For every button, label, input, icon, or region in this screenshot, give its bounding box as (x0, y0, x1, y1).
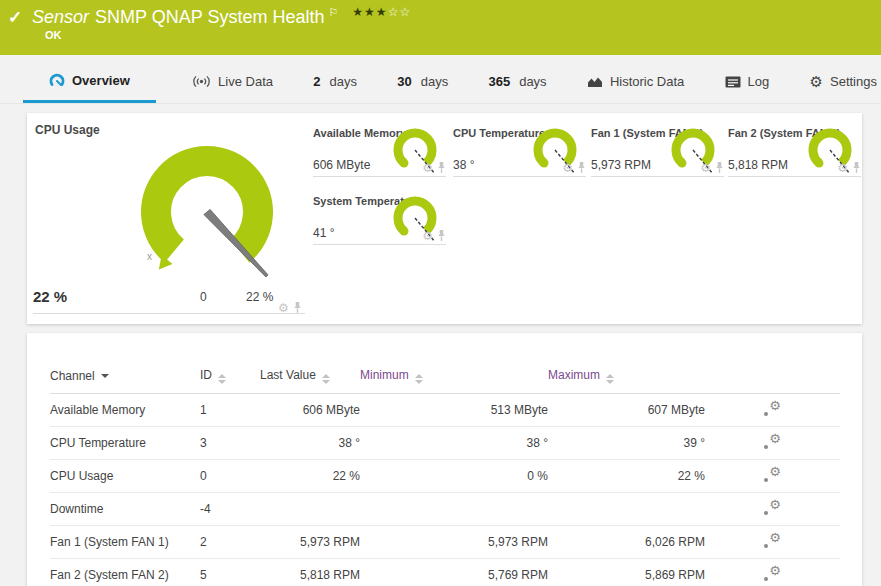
column-header-minimum-label: Minimum (360, 368, 409, 382)
channels-panel: Channel ID Last Value Minimum Maximum Av… (27, 333, 862, 586)
priority-stars[interactable]: ★★★☆☆ (352, 5, 411, 19)
column-header-minimum[interactable]: Minimum (360, 363, 548, 394)
pin-icon[interactable] (715, 161, 724, 174)
channel-settings-icon[interactable]: ⚙ (764, 566, 781, 581)
pin-icon[interactable] (437, 161, 446, 174)
channel-maximum: 6,026 RPM (548, 526, 705, 559)
channel-minimum: 0 % (360, 460, 548, 493)
tab-live-data-label: Live Data (218, 74, 273, 89)
mini-gauge-value: 38 ° (453, 158, 474, 172)
pin-icon[interactable] (577, 161, 586, 174)
mini-gauge-actions: ⚙ (837, 161, 861, 174)
channel-name: Downtime (50, 493, 200, 526)
channel-name: Available Memory (50, 394, 200, 427)
mini-gauge-actions: ⚙ (562, 161, 586, 174)
gear-icon[interactable]: ⚙ (837, 162, 848, 174)
tab-2-days[interactable]: 2 days (309, 60, 361, 103)
column-header-maximum[interactable]: Maximum (548, 363, 705, 394)
main-gauge-value: 22 % (33, 288, 67, 305)
channel-settings-icon[interactable]: ⚙ (764, 434, 781, 449)
gear-icon: ⚙ (769, 564, 781, 577)
settings-gear-icon: ⚙ (810, 74, 823, 89)
pin-icon[interactable] (852, 161, 861, 174)
tab-2-days-number: 2 (313, 74, 320, 89)
column-header-last-value[interactable]: Last Value (260, 363, 360, 394)
gear-icon[interactable]: ⚙ (422, 162, 433, 174)
channel-id: -4 (200, 493, 260, 526)
mini-gauge-available-memory: Available Memory 606 MByte ⚙ (313, 125, 446, 177)
pin-icon[interactable] (437, 229, 446, 242)
gear-icon: ⚙ (769, 432, 781, 445)
stars-filled[interactable]: ★★★ (352, 5, 387, 19)
tab-365-days[interactable]: 365 days (484, 60, 550, 103)
table-row: Fan 2 (System FAN 2) 5 5,818 RPM 5,769 R… (50, 559, 840, 586)
mini-gauge-fan1: Fan 1 (System FAN 1) 5,973 RPM ⚙ (591, 125, 724, 177)
prtg-sensor-page: ✓ SensorSNMP QNAP System Health⚐★★★☆☆ OK… (0, 0, 881, 586)
channel-id: 3 (200, 427, 260, 460)
sort-icon (606, 374, 614, 384)
ok-check-icon: ✓ (8, 7, 22, 28)
gear-icon: ⚙ (769, 531, 781, 544)
channel-last-value: 22 % (260, 460, 360, 493)
tab-overview[interactable]: Overview (23, 60, 156, 103)
table-row: Available Memory 1 606 MByte 513 MByte 6… (50, 394, 840, 427)
mini-gauge-actions: ⚙ (422, 229, 446, 242)
mini-gauge-actions: ⚙ (422, 161, 446, 174)
channel-last-value: 38 ° (260, 427, 360, 460)
channels-table: Channel ID Last Value Minimum Maximum Av… (50, 363, 840, 586)
tab-log[interactable]: Log (721, 60, 774, 103)
gear-icon[interactable]: ⚙ (422, 230, 433, 242)
channel-last-value: 606 MByte (260, 394, 360, 427)
channel-maximum: 39 ° (548, 427, 705, 460)
main-gauge-scale-end: 22 % (246, 290, 273, 304)
sort-icon (322, 374, 330, 384)
channel-settings-icon[interactable]: ⚙ (764, 401, 781, 416)
channel-minimum: 5,973 RPM (360, 526, 548, 559)
sensor-status-header: ✓ SensorSNMP QNAP System Health⚐★★★☆☆ OK (0, 0, 881, 55)
gauge-icon (49, 73, 65, 88)
table-header-row: Channel ID Last Value Minimum Maximum (50, 363, 840, 394)
mini-gauge-value: 606 MByte (313, 158, 370, 172)
channel-last-value (260, 493, 360, 526)
tab-overview-label: Overview (72, 73, 130, 88)
channel-settings-icon[interactable]: ⚙ (764, 533, 781, 548)
main-gauge-scale-start: 0 (200, 290, 207, 304)
tab-365-days-label: days (519, 74, 546, 89)
object-type-label: Sensor (32, 7, 89, 27)
tab-settings[interactable]: ⚙ Settings (806, 60, 881, 103)
tab-log-label: Log (748, 74, 770, 89)
gear-icon[interactable]: ⚙ (562, 162, 573, 174)
priority-flag-icon[interactable]: ⚐ (328, 6, 338, 18)
sort-icon (218, 374, 226, 384)
main-gauge-x-marker: x (147, 251, 152, 262)
mini-gauge-system-temperature: System Temperature 41 ° ⚙ (313, 193, 446, 245)
mini-gauge-value: 41 ° (313, 226, 334, 240)
channel-settings-icon[interactable]: ⚙ (764, 500, 781, 515)
tab-30-days-number: 30 (397, 74, 411, 89)
tab-historic-data[interactable]: Historic Data (583, 60, 688, 103)
mini-gauge-value: 5,973 RPM (591, 158, 651, 172)
table-row: CPU Temperature 3 38 ° 38 ° 39 ° ⚙ (50, 427, 840, 460)
main-gauge-divider (33, 313, 305, 314)
stars-empty[interactable]: ☆☆ (388, 5, 412, 19)
sensor-status-text: OK (45, 29, 62, 41)
channel-settings-icon[interactable]: ⚙ (764, 467, 781, 482)
column-header-maximum-label: Maximum (548, 368, 600, 382)
channel-maximum: 5,869 RPM (548, 559, 705, 586)
column-header-channel[interactable]: Channel (50, 363, 200, 394)
table-row: CPU Usage 0 22 % 0 % 22 % ⚙ (50, 460, 840, 493)
gauges-panel: CPU Usage 22 % x 0 22 % ⚙ Available Memo… (27, 113, 862, 324)
column-header-actions (705, 363, 840, 394)
gear-icon[interactable]: ⚙ (700, 162, 711, 174)
channel-name: Fan 1 (System FAN 1) (50, 526, 200, 559)
column-header-id[interactable]: ID (200, 363, 260, 394)
tab-bar: Overview Live Data 2 days 30 days 365 da… (0, 60, 881, 104)
channel-name: CPU Temperature (50, 427, 200, 460)
tab-30-days[interactable]: 30 days (393, 60, 452, 103)
channel-minimum (360, 493, 548, 526)
channel-id: 0 (200, 460, 260, 493)
column-header-last-value-label: Last Value (260, 368, 316, 382)
tab-live-data[interactable]: Live Data (188, 60, 277, 103)
channel-maximum (548, 493, 705, 526)
mini-gauge-fan2: Fan 2 (System FAN 2) 5,818 RPM ⚙ (728, 125, 861, 177)
